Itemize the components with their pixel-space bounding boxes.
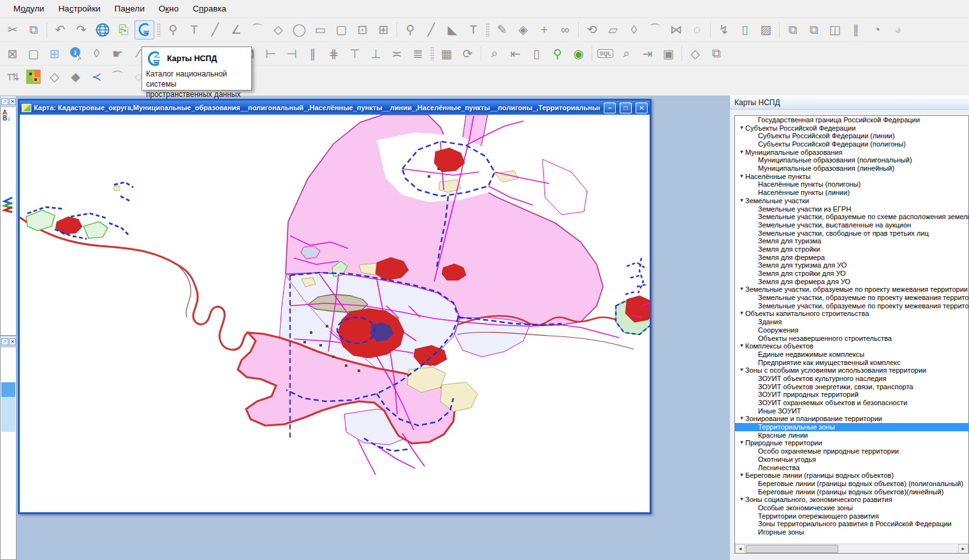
collapse-arrow-icon[interactable]: ▼: [738, 310, 745, 318]
align-left-button[interactable]: ⊢: [261, 44, 280, 63]
tree-item-3[interactable]: Субъекты Российской Федерации (полигоны): [735, 140, 968, 148]
collapse-arrow-icon[interactable]: ▼: [738, 366, 745, 375]
tree-item-2[interactable]: Субъекты Российской Федерации (линии): [735, 132, 968, 140]
text-vertical-tool[interactable]: T⇅: [3, 68, 22, 87]
collapse-arrow-icon[interactable]: ▼: [738, 496, 745, 504]
tree-item-45[interactable]: Береговые линии (границы водных объектов…: [735, 480, 968, 488]
collapse-arrow-icon[interactable]: ▼: [738, 415, 745, 423]
menu-панели[interactable]: Панели: [108, 1, 152, 16]
tree-item-33[interactable]: ЗОУИТ объектов энергетики, связи, трансп…: [735, 383, 968, 391]
tree-item-22[interactable]: Земельные участки, образуемые по проекту…: [735, 294, 968, 302]
tree-item-29[interactable]: Единые недвижимые комплексы: [735, 350, 968, 359]
table-style-button[interactable]: ▦: [437, 44, 456, 63]
geotag-pins-button[interactable]: ⚲: [548, 44, 567, 63]
collapse-arrow-icon[interactable]: ▼: [738, 439, 745, 447]
place-pin-tool[interactable]: ⚲: [163, 20, 183, 39]
node-edit-tool[interactable]: ◈: [513, 20, 533, 39]
line-style-button[interactable]: ╱: [421, 20, 441, 39]
tree-item-43[interactable]: Лесничества: [735, 464, 968, 472]
web-map-button[interactable]: [92, 20, 112, 39]
collapse-arrow-icon[interactable]: ▼: [738, 285, 745, 294]
thematic-map-button[interactable]: [24, 68, 43, 87]
tree-item-26[interactable]: Сооружения: [735, 326, 968, 334]
tree-item-group-40[interactable]: ▼Природные территории: [735, 440, 968, 448]
list-item[interactable]: [1, 397, 15, 432]
maximize-button[interactable]: □: [620, 103, 632, 113]
text-style-button[interactable]: T: [463, 20, 483, 39]
tree-item-group-1[interactable]: ▼Субъекты Российской Федерации: [735, 124, 968, 133]
collapse-arrow-icon[interactable]: ▼: [738, 197, 745, 205]
tree-item-34[interactable]: ЗОУИТ природных территорий: [735, 391, 968, 399]
tree-item-13[interactable]: Земельные участки, выставленные на аукци…: [735, 221, 968, 229]
collapse-arrow-icon[interactable]: ▼: [738, 173, 745, 181]
tree-item-41[interactable]: Особо охраняемые природные территории: [735, 447, 968, 456]
table-search-button[interactable]: ⌕: [616, 44, 636, 63]
move-record-button[interactable]: ⇤: [506, 44, 525, 63]
polygon-node-tool[interactable]: ◆: [66, 68, 85, 87]
line-tool[interactable]: ╱: [205, 20, 225, 39]
rectangle-tool[interactable]: ▭: [310, 20, 330, 39]
rounded-rectangle-tool[interactable]: ▢: [332, 20, 351, 39]
tree-item-group-10[interactable]: ▼Земельные участки: [735, 197, 968, 205]
reshape-tool[interactable]: ✎: [492, 20, 512, 39]
rotate-object-tool[interactable]: ⟲: [582, 20, 602, 39]
concave-tool[interactable]: ⋈: [666, 20, 686, 39]
tree-item-23[interactable]: Земельные участки, образуемые по проекту…: [735, 302, 968, 310]
select-all-tool[interactable]: ⊞: [45, 44, 64, 63]
scrollbar-thumb[interactable]: [746, 545, 838, 553]
polygon-tool[interactable]: ◇: [268, 20, 288, 39]
menu-настройки[interactable]: Настройки: [51, 1, 107, 16]
mirror-vertical-button[interactable]: ◫: [825, 20, 845, 39]
map-window-titlebar[interactable]: Карта: Кадастровые_округа,Муниципальные_…: [20, 101, 650, 115]
move-object-button[interactable]: ⧉: [804, 20, 824, 39]
refresh-data-button[interactable]: ⟳: [458, 44, 477, 63]
create-object-tool[interactable]: ▱: [603, 20, 623, 39]
panel-close-button[interactable]: ✕: [9, 338, 16, 345]
tree-item-32[interactable]: ЗОУИТ объектов культурного наследия: [735, 375, 968, 383]
list-item-selected[interactable]: [1, 382, 15, 397]
table-copy-button[interactable]: ⧉: [706, 44, 726, 63]
tree-item-group-31[interactable]: ▼Зоны с особыми условиями использования …: [735, 366, 968, 375]
close-button[interactable]: ✕: [636, 103, 648, 113]
left-panel-top-body[interactable]: А В↓: [0, 107, 17, 336]
convert-objects-tool[interactable]: ◊: [624, 20, 644, 39]
ellipse-tool[interactable]: ◯: [289, 20, 309, 39]
tree-item-0[interactable]: Государственная граница Российской Федер…: [735, 116, 968, 124]
erase-object-tool[interactable]: ▯: [735, 20, 755, 39]
tree-item-51[interactable]: Игорные зоны: [735, 528, 968, 536]
scroll-right-button[interactable]: ►: [958, 544, 968, 554]
buffer-tool[interactable]: ⌒: [645, 20, 665, 39]
tree-item-9[interactable]: Населённые пункты (линии): [735, 189, 968, 197]
distribute-h-button[interactable]: ⋕: [324, 44, 344, 63]
copy-tool[interactable]: ⧉: [24, 20, 43, 39]
tree-item-16[interactable]: Земля для стройки: [735, 245, 968, 254]
split-object-tool[interactable]: ▨: [756, 20, 776, 39]
polyline-tool[interactable]: ∠: [226, 20, 246, 39]
tree-item-20[interactable]: Земля для фермера для УО: [735, 278, 968, 286]
select-none-tool[interactable]: ⊠: [3, 44, 22, 63]
undo-button[interactable]: ↶: [50, 20, 70, 39]
horizontal-scrollbar[interactable]: ◄ ►: [735, 543, 968, 553]
rotate-selection-tool[interactable]: ◌: [687, 20, 707, 39]
symbol-style-button[interactable]: ⚲: [400, 20, 420, 39]
panel-help-button[interactable]: ?: [1, 98, 8, 105]
tree-item-11[interactable]: Земельные участки из ЕГРН: [735, 205, 968, 213]
toolbar-grip[interactable]: [486, 23, 490, 37]
tree-item-group-7[interactable]: ▼Населённые пункты: [735, 173, 968, 181]
polygon-draw-tool[interactable]: ◇: [45, 68, 64, 87]
region-style-button[interactable]: ◣: [442, 20, 462, 39]
toolbar-grip[interactable]: [430, 47, 434, 61]
tree-item-38[interactable]: Территориальные зоны: [735, 423, 968, 431]
arc-node-tool[interactable]: ⌒: [108, 68, 127, 87]
image-frame-button[interactable]: ▣: [659, 44, 678, 63]
arc-tool[interactable]: ⌒: [247, 20, 267, 39]
tree-item-group-44[interactable]: ▼Береговые линии (границы водных объекто…: [735, 471, 968, 480]
search-window-button[interactable]: ⌕: [484, 44, 504, 63]
align-top-button[interactable]: ⊤: [345, 44, 365, 63]
tree-item-12[interactable]: Земельные участки, образуемые по схеме р…: [735, 213, 968, 221]
paste-map-button[interactable]: ⎘: [113, 20, 133, 39]
scroll-left-button[interactable]: ◄: [735, 544, 745, 554]
tree-item-27[interactable]: Объекты незавершенного строительства: [735, 334, 968, 343]
table-export-button[interactable]: ⇥: [638, 44, 657, 63]
panel-help-button[interactable]: ?: [1, 338, 8, 345]
